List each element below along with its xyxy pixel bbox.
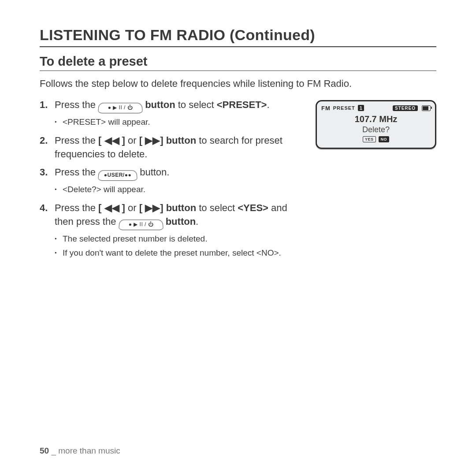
text: . — [196, 216, 198, 227]
text: to select — [199, 202, 238, 213]
text-bold: ] button — [160, 202, 196, 213]
text-bold: [ — [98, 202, 104, 213]
device-screen: FM PRESET 1 STEREO 107.7 MHz Delete? YES… — [316, 100, 436, 149]
user-rec-button-icon: ●USER/●● — [98, 170, 138, 181]
page-title: LISTENING TO FM RADIO (Continued) — [40, 26, 436, 44]
text: to select — [178, 99, 217, 110]
step-4-note-2: If you don't want to delete the preset n… — [55, 247, 304, 259]
device-yes-option: YES — [363, 136, 376, 142]
device-frequency: 107.7 MHz — [321, 114, 431, 124]
text: . — [267, 99, 269, 110]
battery-icon — [422, 105, 431, 111]
device-stereo-badge: STEREO — [393, 105, 418, 111]
page-footer: 50 _ more than music — [40, 446, 120, 456]
text-bold: ] — [119, 202, 125, 213]
page-number: 50 — [40, 446, 49, 455]
device-no-option: NO — [379, 136, 390, 142]
text-bold: button — [145, 99, 175, 110]
text: Press the — [55, 202, 98, 213]
text-bold: <YES> — [238, 202, 268, 213]
step-1: Press the ● ▶ II / ⏻ button to select <P… — [40, 98, 304, 128]
footer-label: more than music — [58, 446, 120, 455]
step-4-note-1: The selected preset number is deleted. — [55, 233, 304, 245]
step-1-note: <PRESET> will appear. — [55, 116, 304, 128]
text: Press the — [55, 99, 98, 110]
text: button. — [140, 167, 169, 178]
step-3: Press the ●USER/●● button. <Delete?> wil… — [40, 166, 304, 196]
text-bold: [ — [98, 135, 104, 146]
section-rule — [40, 71, 436, 71]
next-track-icon: ▶▶ — [145, 202, 160, 213]
text-bold: [ — [139, 202, 145, 213]
text-bold: button — [166, 216, 196, 227]
step-3-note: <Delete?> will appear. — [55, 183, 304, 196]
prev-track-icon: ◀◀ — [104, 135, 119, 146]
device-fm-label: FM — [321, 105, 331, 112]
text: or — [128, 202, 139, 213]
next-track-icon: ▶▶ — [145, 135, 160, 146]
device-delete-prompt: Delete? — [321, 125, 431, 134]
prev-track-icon: ◀◀ — [104, 202, 119, 213]
step-2: Press the [ ◀◀ ] or [ ▶▶] button to sear… — [40, 134, 304, 161]
device-preset-label: PRESET — [333, 105, 355, 111]
footer-sep: _ — [49, 446, 58, 455]
play-pause-power-button-icon: ● ▶ II / ⏻ — [98, 103, 143, 113]
text-bold: [ — [139, 135, 145, 146]
text: Press the — [55, 167, 98, 178]
text-bold: <PRESET> — [217, 99, 267, 110]
text: Press the — [55, 135, 98, 146]
title-rule — [40, 46, 436, 47]
text: or — [128, 135, 139, 146]
text-bold: ] button — [160, 135, 196, 146]
device-preset-number: 1 — [358, 105, 364, 111]
step-4: Press the [ ◀◀ ] or [ ▶▶] button to sele… — [40, 201, 304, 259]
text-bold: ] — [119, 135, 125, 146]
play-pause-power-button-icon: ● ▶ II / ⏻ — [118, 220, 163, 231]
section-heading: To delete a preset — [40, 54, 436, 69]
intro-text: Follows the step below to delete frequen… — [40, 77, 436, 90]
